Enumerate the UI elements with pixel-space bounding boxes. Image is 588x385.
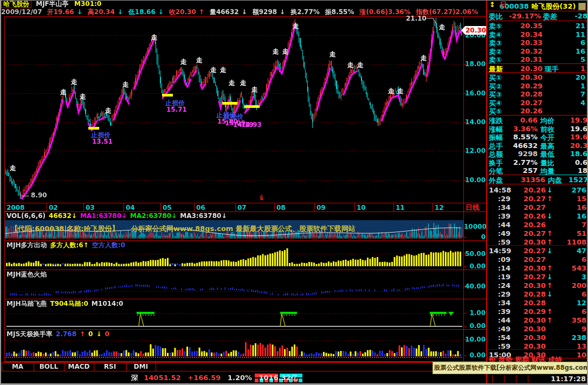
high-price-annotation: 21.10 — [406, 15, 427, 22]
stat-value: 19.9 — [563, 116, 587, 124]
stats-row: 涨跌0.66均价19.9 — [487, 116, 588, 124]
buy-volume: 1 — [552, 82, 585, 90]
down-arrow-icon: ↓ — [547, 273, 553, 281]
zou-signal-marker: 走 — [151, 34, 158, 41]
tick-price: 20.29 — [520, 307, 546, 316]
tick-time: :44 — [489, 316, 511, 324]
tab-rsi[interactable]: RSI — [94, 363, 126, 370]
tick-row: :3420.2716 — [487, 203, 588, 211]
tick-volume: 200 — [555, 281, 586, 290]
low-price-annotation: 8.90 — [31, 191, 47, 199]
buy-volume: 4 — [552, 99, 585, 107]
x-axis-month: 09 — [316, 204, 326, 211]
ohlc-field: 换2.77% — [290, 8, 322, 16]
p5-axis-label: 0.00 — [464, 351, 486, 359]
down-arrow-icon: ↓ — [242, 8, 247, 16]
price-axis-label: 12.00 — [464, 147, 486, 155]
ohlc-value: 振8.55% — [325, 8, 354, 16]
index-change: +166.59 — [188, 374, 221, 382]
zou-signal-marker: 走 — [71, 78, 77, 86]
p4-header-item: T904马踏:0 — [50, 300, 88, 307]
tick-time: :09 — [489, 255, 511, 264]
tab-dmi[interactable]: DMI — [126, 363, 156, 370]
tick-price: 20.30 — [520, 316, 546, 324]
tick-volume: 16 — [555, 212, 586, 220]
x-axis-month: 2008 — [7, 204, 24, 211]
tab-macd[interactable]: MACD — [64, 363, 94, 370]
tick-time: :54 — [489, 333, 511, 342]
volume-header-item: MA1:63780↓ — [80, 212, 127, 220]
ohlc-value: 收20.30 — [169, 8, 196, 16]
tab-ma[interactable]: MA — [2, 363, 34, 370]
divider-red — [487, 175, 539, 175]
stock-name[interactable]: 哈飞股份 — [1, 0, 31, 8]
down-arrow-icon: ↓ — [547, 290, 553, 298]
sell-row: 卖②20.3216 — [487, 47, 588, 55]
buy-row: 买④20.274 — [487, 99, 588, 107]
tick-row: :5420.30238 — [487, 333, 588, 342]
zou-signal-marker: 走 — [60, 88, 67, 96]
stats-row: 分笔257均量18 — [487, 166, 588, 175]
ohlc-field: 量46632↓ — [210, 8, 250, 16]
tick-row: 14:5920.27↓47 — [487, 247, 588, 255]
x-axis-month: 03 — [86, 204, 95, 211]
tick-time: :34 — [489, 299, 511, 307]
updown-arrows-icon[interactable]: ↕ — [489, 1, 495, 9]
down-arrow-icon: ↓ — [547, 247, 553, 255]
tick-price: 20.27 — [520, 273, 546, 281]
tick-row: :0920.276 — [487, 255, 588, 264]
tick-price: 20.27 — [520, 195, 546, 203]
buy-price: 20.26 — [509, 107, 542, 115]
period-day-icon[interactable]: 日 — [500, 1, 507, 9]
tick-mark — [492, 375, 493, 383]
up-arrow-icon: ↑ — [547, 195, 553, 203]
app-window: 哈飞股份 MJF半山亭 M301:0 2009/12/07 开19.66↓高20… — [0, 0, 588, 385]
tick-price: 20.26 — [520, 212, 546, 220]
charts-canvas[interactable] — [0, 0, 488, 385]
zou-signal-marker: 走 — [421, 54, 427, 62]
zou-signal-marker: 走 — [251, 86, 258, 93]
tick-time: :34 — [489, 203, 511, 211]
tick-time: :49 — [489, 325, 511, 333]
tick-row: :2920.28↓6 — [487, 290, 588, 298]
ohlc-value: 低18.66 — [128, 8, 156, 16]
sell-volume: 6 — [552, 39, 585, 47]
p3-axis-label: 40.00 — [464, 283, 486, 290]
tick-row: :4420.30↑358 — [487, 316, 588, 324]
p2-header-item: 多方人数:6↑ — [50, 241, 88, 249]
tab-boll[interactable]: BOLL — [34, 363, 64, 370]
latest-row: 最新 20.30 现手 1 — [487, 65, 588, 73]
ohlc-field: 开19.66↓ — [47, 8, 85, 16]
p2-header-item: MJH多方出动 — [7, 241, 47, 249]
tick-volume: 3 — [555, 273, 586, 281]
tick-price: 20.28 — [520, 299, 546, 307]
indicator-tab-bar: MABOLLMACDRSIDMI — [0, 362, 487, 371]
info-flag-icon[interactable] — [578, 3, 586, 10]
zou-signal-marker: 走 — [388, 87, 395, 95]
stat-value: 9298 — [512, 150, 538, 158]
buy-price: 20.29 — [509, 82, 542, 90]
tick-volume: 6 — [555, 290, 586, 298]
stock-title[interactable]: 哈飞股份(32) — [531, 2, 576, 10]
sell-price: 20.32 — [509, 47, 542, 55]
down-arrow-icon: ↓ — [77, 8, 82, 16]
zou-signal-marker: 走 — [180, 58, 187, 66]
p4-header-item: M1014:0 — [92, 300, 124, 307]
ohlc-value: 换2.77% — [290, 8, 320, 16]
p5-header-item: ↓ — [96, 330, 101, 338]
bottom-tabs-clipped: 价 盘势 周期 财讯 成特 — [489, 355, 587, 362]
stats-row: 总额9298最低18.6 — [487, 150, 588, 158]
volume-header-item: 46632↓ — [49, 212, 77, 220]
stat-value: 3.36% — [512, 125, 538, 133]
xianshou-label: 现手 — [545, 65, 559, 74]
ohlc-field: 额9298↓ — [253, 8, 288, 16]
latest-price: 20.30 — [509, 65, 542, 73]
ad-banner[interactable]: 股票公式股票软件下载[分析家公式网www.88gs.com] — [432, 362, 588, 374]
buy-row: 买①20.3020 — [487, 73, 588, 81]
tick-volume: 238 — [555, 333, 586, 342]
p2-axis-label: 0.00 — [464, 262, 486, 270]
period-label[interactable]: 日线 — [466, 203, 480, 211]
sell-row: 卖③20.336 — [487, 39, 588, 47]
last-price-tag: 20.30 — [461, 26, 486, 35]
tick-price: 20.30 — [520, 281, 546, 290]
